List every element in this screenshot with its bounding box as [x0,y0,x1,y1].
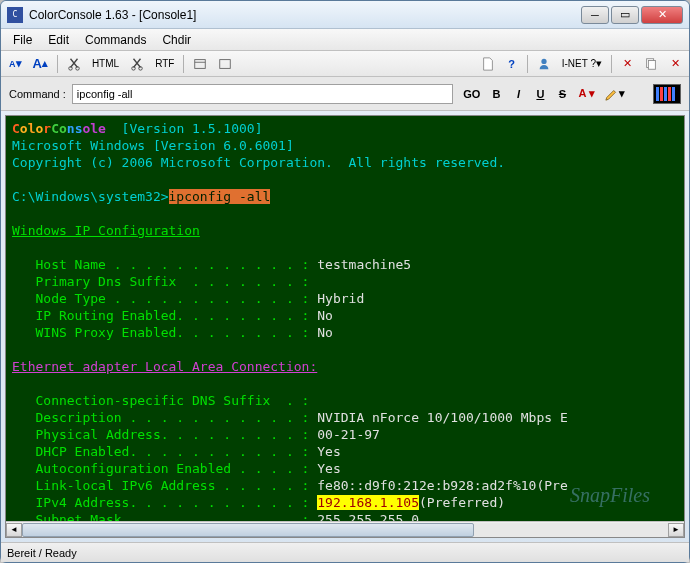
font-color-button[interactable]: A ▾ [574,84,599,104]
console-output[interactable]: ColorConsole [Version 1.5.1000] Microsof… [6,116,684,521]
menu-commands[interactable]: Commands [77,31,154,49]
cut-button[interactable] [63,54,85,74]
command-label: Command : [9,88,66,100]
cut-button-2[interactable] [126,54,148,74]
titlebar[interactable]: C ColorConsole 1.63 - [Console1] ─ ▭ ✕ [1,1,689,29]
new-document-button[interactable] [477,54,499,74]
terminal-icon[interactable] [653,84,681,104]
status-text: Bereit / Ready [7,547,77,559]
horizontal-scrollbar[interactable]: ◄ ► [6,521,684,537]
copy-button[interactable] [640,54,662,74]
menu-edit[interactable]: Edit [40,31,77,49]
strike-button[interactable]: S [552,84,572,104]
command-input[interactable] [72,84,453,104]
svg-rect-5 [220,59,231,68]
command-toolbar: GO B I U S A ▾ ▾ [459,84,681,104]
help-button[interactable]: ? [502,54,522,74]
svg-point-6 [541,58,546,63]
export-rtf-button[interactable]: RTF [151,54,178,74]
bold-button[interactable]: B [486,84,506,104]
delete-button[interactable]: ✕ [617,54,637,74]
separator [611,55,612,73]
close-tab-button[interactable]: ✕ [665,54,685,74]
font-decrease-button[interactable]: A▾ [5,54,26,74]
underline-button[interactable]: U [530,84,550,104]
svg-rect-4 [195,59,206,68]
window-title: ColorConsole 1.63 - [Console1] [29,8,581,22]
highlight-button[interactable]: ▾ [601,84,629,104]
tool-button-1[interactable] [189,54,211,74]
menubar: File Edit Commands Chdir [1,29,689,51]
app-icon: C [7,7,23,23]
scroll-track[interactable] [22,523,668,537]
menu-file[interactable]: File [5,31,40,49]
tool-button-2[interactable] [214,54,236,74]
user-button[interactable] [533,54,555,74]
italic-button[interactable]: I [508,84,528,104]
toolbar: A▾ A▴ HTML RTF ? I-NET ? ▾ ✕ ✕ [1,51,689,77]
window-controls: ─ ▭ ✕ [581,6,683,24]
svg-rect-8 [648,60,655,69]
scroll-left-button[interactable]: ◄ [6,523,22,537]
minimize-button[interactable]: ─ [581,6,609,24]
close-button[interactable]: ✕ [641,6,683,24]
inet-button[interactable]: I-NET ? ▾ [558,54,606,74]
app-window: C ColorConsole 1.63 - [Console1] ─ ▭ ✕ F… [0,0,690,563]
command-bar: Command : GO B I U S A ▾ ▾ [1,77,689,111]
scroll-right-button[interactable]: ► [668,523,684,537]
font-increase-button[interactable]: A▴ [29,54,52,74]
statusbar: Bereit / Ready [1,542,689,562]
go-button[interactable]: GO [459,84,484,104]
console-container: ColorConsole [Version 1.5.1000] Microsof… [5,115,685,538]
separator [57,55,58,73]
export-html-button[interactable]: HTML [88,54,123,74]
menu-chdir[interactable]: Chdir [154,31,199,49]
scroll-thumb[interactable] [22,523,474,537]
maximize-button[interactable]: ▭ [611,6,639,24]
separator [183,55,184,73]
separator [527,55,528,73]
